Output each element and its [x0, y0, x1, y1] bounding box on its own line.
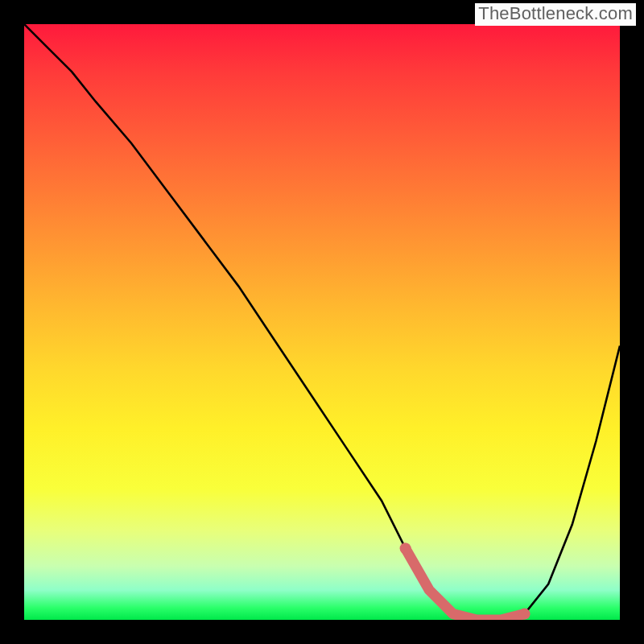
chart-svg: [24, 24, 620, 620]
attribution-label: TheBottleneck.com: [475, 3, 636, 26]
highlight-endpoint-left: [400, 543, 411, 554]
highlight-endpoint-right: [519, 609, 530, 620]
optimal-range-highlight: [406, 548, 525, 620]
chart-frame: TheBottleneck.com: [0, 0, 644, 644]
bottleneck-curve: [24, 24, 620, 620]
